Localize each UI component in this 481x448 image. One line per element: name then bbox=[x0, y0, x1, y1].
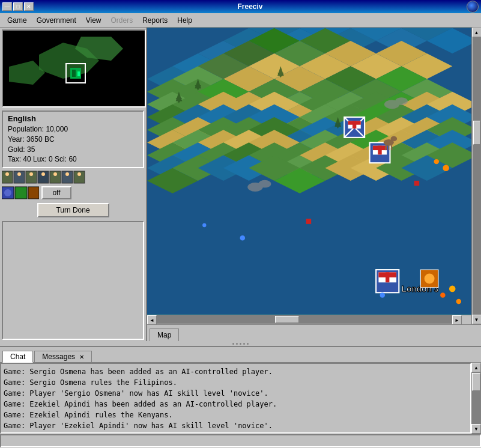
svg-point-172 bbox=[440, 292, 445, 297]
svg-point-18 bbox=[41, 172, 45, 176]
civ-name: English bbox=[8, 114, 138, 123]
globe-icon bbox=[467, 1, 479, 13]
unit-icons-row bbox=[2, 171, 144, 184]
menu-reports[interactable]: Reports bbox=[138, 15, 172, 26]
bottom-area: Chat Messages ✕ Game: Sergio Osmena has … bbox=[0, 346, 481, 448]
dot-2 bbox=[236, 343, 238, 345]
svg-point-146 bbox=[395, 97, 408, 105]
scroll-track-vertical[interactable] bbox=[473, 37, 481, 315]
maximize-button[interactable]: □ bbox=[13, 2, 23, 11]
svg-point-23 bbox=[4, 189, 11, 196]
status-icons bbox=[2, 186, 39, 199]
scroll-down-button[interactable]: ▼ bbox=[472, 315, 482, 324]
map-viewport[interactable]: London 3 bbox=[147, 28, 471, 315]
map-with-scrollbar: London 3 bbox=[147, 28, 481, 324]
close-button[interactable]: ✕ bbox=[24, 2, 34, 11]
messages-tab[interactable]: Messages ✕ bbox=[34, 351, 92, 362]
map-tab[interactable]: Map bbox=[150, 328, 179, 341]
citizens-icons bbox=[2, 171, 91, 184]
map-inner: London 3 bbox=[147, 28, 471, 324]
svg-point-176 bbox=[202, 223, 206, 227]
svg-rect-25 bbox=[28, 187, 39, 199]
svg-rect-160 bbox=[386, 272, 389, 282]
menu-game[interactable]: Game bbox=[2, 15, 32, 26]
menu-bar: Game Government View Orders Reports Help bbox=[0, 13, 481, 28]
top-area: English Population: 10,000 Year: 3650 BC… bbox=[0, 28, 481, 341]
menu-help[interactable]: Help bbox=[172, 15, 197, 26]
message-5: Game: Ezekiel Apindi rules the Kenyans. bbox=[4, 410, 468, 420]
vertical-scrollbar[interactable]: ▲ ▼ bbox=[471, 28, 481, 324]
off-button[interactable]: off bbox=[41, 186, 71, 199]
chat-scroll-thumb[interactable] bbox=[472, 373, 480, 391]
year-info: Year: 3650 BC bbox=[8, 135, 138, 145]
svg-point-19 bbox=[53, 172, 57, 176]
svg-point-171 bbox=[449, 286, 456, 292]
menu-orders: Orders bbox=[106, 15, 138, 26]
map-area: London 3 bbox=[147, 28, 481, 341]
dot-4 bbox=[243, 343, 245, 345]
menu-government[interactable]: Government bbox=[32, 15, 81, 26]
svg-point-144 bbox=[258, 180, 271, 188]
message-1: Game: Sergio Osmena has been added as an… bbox=[4, 366, 468, 377]
chat-scroll-track[interactable] bbox=[471, 372, 481, 424]
scroll-thumb-horizontal[interactable] bbox=[275, 316, 299, 323]
scroll-thumb-vertical[interactable] bbox=[473, 121, 480, 145]
left-panel: English Population: 10,000 Year: 3650 BC… bbox=[0, 28, 147, 341]
message-3: Game: Player 'Sergio Osmena' now has AI … bbox=[4, 388, 468, 399]
horizontal-scrollbar[interactable]: ◄ ► bbox=[147, 315, 471, 324]
window-controls[interactable]: — □ ✕ bbox=[2, 2, 34, 11]
menu-view[interactable]: View bbox=[81, 15, 106, 26]
scroll-right-button[interactable]: ► bbox=[452, 315, 462, 325]
svg-point-165 bbox=[391, 136, 398, 141]
svg-point-15 bbox=[5, 172, 9, 176]
svg-point-17 bbox=[29, 172, 33, 176]
gold-info: Gold: 35 bbox=[8, 145, 138, 155]
svg-point-21 bbox=[77, 172, 81, 176]
messages-tab-close[interactable]: ✕ bbox=[79, 354, 84, 360]
svg-rect-6 bbox=[72, 70, 76, 77]
tax-info: Tax: 40 Lux: 0 Sci: 60 bbox=[8, 154, 138, 165]
scroll-corner bbox=[462, 315, 471, 325]
map-terrain-svg: London 3 bbox=[147, 28, 471, 315]
chat-messages[interactable]: Game: Sergio Osmena has been added as an… bbox=[0, 363, 471, 434]
minimap[interactable] bbox=[2, 29, 146, 107]
svg-point-174 bbox=[240, 235, 245, 240]
chat-tab-label: Chat bbox=[10, 353, 25, 361]
svg-rect-7 bbox=[77, 71, 80, 76]
chat-scroll-down[interactable]: ▼ bbox=[471, 424, 481, 434]
svg-point-163 bbox=[425, 273, 435, 283]
message-6: Game: Player 'Ezekiel Apindi' now has AI… bbox=[4, 420, 468, 431]
svg-line-168 bbox=[392, 145, 392, 150]
scroll-left-button[interactable]: ◄ bbox=[147, 315, 157, 325]
message-4: Game: Ezekiel Apindi has been added as a… bbox=[4, 399, 468, 410]
dot-1 bbox=[232, 343, 234, 345]
svg-point-175 bbox=[380, 292, 385, 297]
divider bbox=[0, 341, 481, 346]
chat-scrollbar[interactable]: ▲ ▼ bbox=[471, 363, 481, 434]
svg-point-20 bbox=[65, 172, 69, 176]
chat-tab[interactable]: Chat bbox=[2, 351, 33, 363]
chat-messages-area: Game: Sergio Osmena has been added as an… bbox=[0, 363, 481, 434]
svg-point-170 bbox=[434, 159, 439, 164]
message-2: Game: Sergio Osmena rules the Filipinos. bbox=[4, 377, 468, 388]
civ-info-panel: English Population: 10,000 Year: 3650 BC… bbox=[2, 110, 144, 168]
window-title: Freeciv bbox=[34, 2, 467, 11]
svg-rect-177 bbox=[306, 219, 311, 223]
chat-scroll-up[interactable]: ▲ bbox=[471, 363, 481, 372]
chat-input[interactable] bbox=[0, 434, 481, 447]
dot-3 bbox=[240, 343, 241, 345]
chat-tab-strip: Chat Messages ✕ bbox=[0, 347, 481, 363]
svg-point-169 bbox=[443, 165, 449, 171]
svg-rect-178 bbox=[414, 181, 419, 186]
status-row: off bbox=[2, 186, 144, 199]
messages-tab-label: Messages bbox=[42, 353, 75, 361]
scroll-up-button[interactable]: ▲ bbox=[472, 28, 482, 37]
scroll-track-horizontal[interactable] bbox=[157, 315, 452, 324]
svg-line-166 bbox=[386, 145, 386, 150]
svg-point-173 bbox=[456, 299, 461, 304]
population-info: Population: 10,000 bbox=[8, 124, 138, 135]
svg-rect-156 bbox=[378, 146, 381, 155]
title-bar: — □ ✕ Freeciv bbox=[0, 0, 481, 13]
turn-done-button[interactable]: Turn Done bbox=[37, 203, 109, 217]
minimize-button[interactable]: — bbox=[2, 2, 12, 11]
